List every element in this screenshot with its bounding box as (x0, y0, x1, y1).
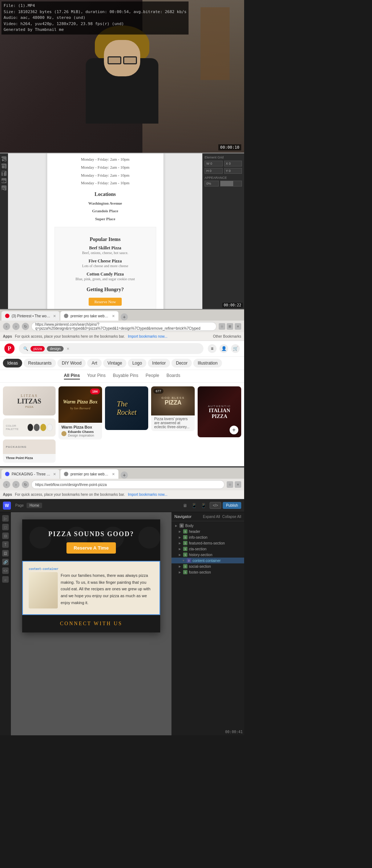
notifications-icon[interactable]: ≡ (208, 344, 217, 353)
new-tab-btn[interactable]: + (121, 313, 128, 321)
tool-select[interactable]: ▷ (1, 156, 7, 161)
tab-pinterest[interactable]: (3) Pinterest • The world's ca... ✕ (1, 311, 60, 321)
tab-packaging-close[interactable]: ✕ (53, 472, 56, 476)
content-toggle[interactable]: ▼ (182, 559, 185, 562)
webflow-logo[interactable]: W (3, 502, 11, 510)
tab-active-close-2[interactable]: ✕ (112, 472, 115, 476)
pin-pizza-poster[interactable]: GOD BLESS PIZZA 677 Pizza lovers' prayer… (151, 386, 195, 431)
refresh-btn-2[interactable]: ↻ (22, 481, 29, 488)
search-tag-pizza[interactable]: pizza (31, 346, 45, 351)
wf2-tool-zoom[interactable]: ⌕ (2, 576, 9, 583)
other-bookmarks-1[interactable]: Other Bookmarks (213, 334, 241, 338)
wf2-tool-rect[interactable]: □ (2, 524, 9, 530)
h-field[interactable]: H 0 (205, 168, 223, 174)
extensions-icon[interactable]: ⊞ (227, 323, 233, 330)
code-btn[interactable]: </> (210, 502, 221, 509)
history-toggle[interactable]: ▶ (178, 553, 182, 556)
header-toggle[interactable]: ▶ (178, 530, 182, 533)
tool-type[interactable]: T (1, 171, 7, 176)
nav-info-section[interactable]: ▶ S info-section (171, 534, 244, 540)
info-toggle[interactable]: ▶ (178, 535, 182, 539)
nav-cta-section[interactable]: ▶ S cta-section (171, 546, 244, 552)
filter-people[interactable]: People (146, 373, 159, 379)
cat-restaurants[interactable]: Restaurants (24, 359, 56, 367)
tab-pinterest-close[interactable]: ✕ (53, 314, 56, 318)
menu-icon-2[interactable]: ≡ (235, 481, 241, 488)
refresh-btn[interactable]: ↻ (22, 323, 29, 330)
pin-rocket[interactable]: TheRocket (105, 386, 149, 430)
social-toggle[interactable]: ▶ (178, 564, 182, 568)
menu-icon[interactable]: ≡ (235, 323, 241, 330)
footer-toggle[interactable]: ▶ (178, 570, 182, 574)
cat-logo[interactable]: Logo (128, 359, 146, 367)
x-field[interactable]: W 0 (205, 161, 223, 166)
wf2-tool-image[interactable]: 🖼 (2, 550, 9, 556)
import-bookmarks-2[interactable]: Import bookmarks now... (128, 493, 167, 497)
y-field[interactable]: X 0 (224, 161, 242, 166)
collapse-all-btn[interactable]: Collapse All (222, 515, 241, 519)
nav-featured-section[interactable]: ▶ S featured-items-section (171, 540, 244, 546)
nav-header[interactable]: ▶ S header (171, 529, 244, 534)
cat-art[interactable]: Art (87, 359, 101, 367)
wf2-tool-text[interactable]: T (2, 541, 9, 548)
import-bookmarks-1[interactable]: Import bookmarks now... (128, 334, 167, 338)
tablet-icon[interactable]: 📱 (191, 502, 198, 509)
pin-palette[interactable]: COLOR PALETTE (3, 418, 56, 437)
pinterest-logo[interactable]: P (4, 343, 15, 354)
tab-active[interactable]: premier pro take webm? • Go... ✕ (60, 311, 118, 321)
pin-packaging[interactable]: PACKAGING Three Point Pizza (3, 439, 56, 463)
cart-icon[interactable]: 🛒 (231, 344, 240, 353)
cat-vintage[interactable]: Vintage (103, 359, 126, 367)
address-bar-1[interactable]: https://www.pinterest.com/search/pins/?q… (31, 322, 217, 331)
cat-diy-wood[interactable]: DIY Wood (57, 359, 86, 367)
cat-illustration[interactable]: Illustration (193, 359, 222, 367)
search-tag-design[interactable]: design (47, 346, 63, 351)
wf2-tool-select[interactable]: ▷ (2, 515, 9, 522)
profile-icon[interactable]: 👤 (219, 344, 228, 353)
tool-zoom[interactable]: ⌕ (1, 185, 7, 190)
pin-italian[interactable]: AUTHENTIC ITALIANPIZZA + (198, 386, 241, 437)
star-icon[interactable]: ☆ (219, 323, 225, 330)
back-btn-2[interactable]: ‹ (3, 481, 10, 488)
nav-body[interactable]: ▶ B Body (171, 523, 244, 529)
filter-buyable[interactable]: Buyable Pins (113, 373, 138, 379)
filter-all-pins[interactable]: All Pins (64, 373, 80, 379)
star-icon-2[interactable]: ☆ (227, 481, 233, 488)
pin-warm-pizza[interactable]: Warm Pizza Box by Ian Barnard 184 Warm P… (58, 386, 102, 439)
opacity-field[interactable]: 0% (205, 181, 219, 186)
tab-packaging-2[interactable]: PACKAGING - Three Point Pizza ✕ (1, 469, 60, 479)
nav-content-container[interactable]: ▼ D content-container (171, 558, 244, 563)
new-tab-btn-2[interactable]: + (121, 471, 128, 479)
address-bar-2[interactable]: https://webflow.com/design/three-point-p… (31, 480, 225, 489)
expand-all-btn[interactable]: Expand All (203, 515, 220, 519)
page-name-badge[interactable]: Home (27, 503, 42, 508)
nav-footer-section[interactable]: ▶ S footer-section (171, 569, 244, 575)
opacity-slider[interactable] (220, 181, 242, 186)
featured-toggle[interactable]: ▶ (178, 541, 182, 545)
italian-plus-btn[interactable]: + (230, 426, 238, 434)
search-tag-close[interactable]: ✕ (66, 347, 69, 351)
desktop-icon[interactable]: 🖥 (181, 502, 189, 509)
save-warm-pizza-btn[interactable]: 184 (90, 389, 100, 394)
body-toggle[interactable]: ▶ (174, 524, 178, 527)
publish-btn[interactable]: Publish (223, 502, 241, 509)
reserve-now-btn[interactable]: Reserve Now (89, 298, 122, 306)
forward-btn-2[interactable]: › (12, 481, 20, 488)
tab-active-2[interactable]: premier pro take webm? • Go... ✕ (60, 469, 118, 479)
pin-litzas[interactable]: LITZAS LITZAS PIZZA (3, 386, 56, 415)
back-btn[interactable]: ‹ (3, 323, 10, 330)
cat-decor[interactable]: Decor (171, 359, 192, 367)
cat-interior[interactable]: Interior (148, 359, 170, 367)
filter-boards[interactable]: Boards (166, 373, 180, 379)
tool-pen[interactable]: ✏ (1, 178, 7, 183)
mobile-icon[interactable]: 📱 (200, 502, 207, 509)
cta-toggle[interactable]: ▶ (178, 547, 182, 551)
wf2-tool-section[interactable]: ⊟ (2, 533, 9, 539)
tool-rect[interactable]: □ (1, 164, 7, 169)
nav-history-section[interactable]: ▶ S history-section (171, 552, 244, 558)
y2-field[interactable]: Y 0 (224, 168, 242, 174)
wf2-tool-link[interactable]: 🔗 (2, 559, 9, 565)
tab-active-close[interactable]: ✕ (112, 314, 115, 318)
forward-btn[interactable]: › (12, 323, 20, 330)
search-bar-pinterest[interactable]: 🔍 pizza design ✕ (19, 343, 203, 354)
